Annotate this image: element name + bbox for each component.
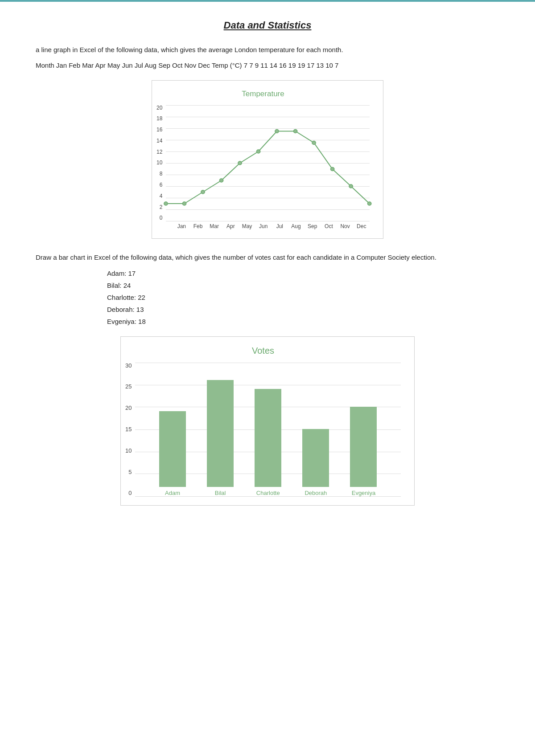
svg-point-8 (312, 141, 316, 144)
vote-item-bilal: Bilal: 24 (107, 279, 499, 291)
bar-col-evgeniya: Evgeniya (340, 407, 387, 496)
line-chart-title: Temperature (156, 90, 370, 98)
bar-col-deborah: Deborah (292, 429, 340, 496)
svg-point-5 (257, 150, 260, 153)
bar-y-label-15: 15 (125, 426, 132, 432)
svg-point-1 (183, 202, 186, 205)
vote-item-deborah: Deborah: 13 (107, 303, 499, 315)
svg-point-11 (368, 202, 371, 205)
bar-y-label-20: 20 (125, 405, 132, 411)
line-y-axis: 20 18 16 14 12 10 8 6 4 2 0 (156, 105, 162, 221)
x-label-mar: Mar (206, 223, 222, 229)
bar-y-axis: 30 25 20 15 10 5 0 (125, 363, 132, 496)
bar-chart-title: Votes (125, 346, 401, 356)
vote-item-adam: Adam: 17 (107, 267, 499, 279)
svg-point-2 (201, 190, 205, 194)
bar-bilal (207, 380, 234, 487)
y-label-20: 20 (156, 105, 162, 110)
x-label-feb: Feb (190, 223, 206, 229)
bar-chart-inner: Adam Bilal Charlotte (135, 363, 401, 496)
bar-adam (159, 411, 186, 487)
y-label-16: 16 (156, 127, 162, 132)
bars-wrapper: Adam Bilal Charlotte (135, 363, 401, 496)
y-label-8: 8 (160, 171, 163, 176)
x-label-jul: Jul (272, 223, 288, 229)
line-chart-area: 20 18 16 14 12 10 8 6 4 2 0 (156, 105, 370, 221)
bar-y-label-5: 5 (128, 469, 132, 475)
bar-col-adam: Adam (148, 411, 196, 496)
bar-label-charlotte: Charlotte (256, 490, 280, 496)
bar-label-deborah: Deborah (305, 490, 327, 496)
svg-point-0 (164, 202, 168, 205)
svg-point-3 (220, 179, 223, 182)
bar-label-bilal: Bilal (215, 490, 226, 496)
y-label-0: 0 (160, 215, 163, 221)
bar-chart-container: Votes 30 25 20 15 10 5 0 (120, 336, 415, 506)
bar-label-evgeniya: Evgeniya (352, 490, 375, 496)
bar-y-label-0: 0 (128, 490, 132, 496)
y-label-18: 18 (156, 116, 162, 121)
line-chart-svg (166, 105, 370, 221)
x-label-apr: Apr (222, 223, 239, 229)
section2-description: Draw a bar chart in Excel of the followi… (36, 252, 499, 263)
x-label-sep: Sep (304, 223, 321, 229)
y-label-4: 4 (160, 193, 163, 199)
vote-item-evgeniya: Evgeniya: 18 (107, 315, 499, 327)
bar-col-bilal: Bilal (197, 380, 244, 496)
x-label-jan: Jan (173, 223, 190, 229)
bar-grid-6 (135, 496, 401, 497)
bar-chart-area: 30 25 20 15 10 5 0 (125, 363, 401, 496)
svg-point-6 (275, 129, 279, 133)
svg-point-9 (331, 167, 334, 171)
section1-data-line: Month Jan Feb Mar Apr May Jun Jul Aug Se… (36, 60, 499, 71)
line-chart-container: Temperature 20 18 16 14 12 10 8 6 4 2 0 (152, 80, 383, 239)
bar-y-label-30: 30 (125, 363, 132, 368)
x-label-aug: Aug (288, 223, 305, 229)
vote-item-charlotte: Charlotte: 22 (107, 291, 499, 303)
line-chart-inner (166, 105, 370, 221)
bar-y-label-25: 25 (125, 384, 132, 389)
x-label-nov: Nov (337, 223, 354, 229)
bar-evgeniya (350, 407, 377, 487)
svg-point-10 (349, 184, 353, 188)
bar-deborah (302, 429, 329, 487)
bar-label-adam: Adam (165, 490, 180, 496)
y-label-14: 14 (156, 138, 162, 143)
section1-description: a line graph in Excel of the following d… (36, 45, 499, 55)
y-label-12: 12 (156, 149, 162, 155)
bar-charlotte (255, 389, 281, 487)
svg-point-7 (294, 129, 297, 133)
x-label-dec: Dec (353, 223, 370, 229)
line-x-axis: Jan Feb Mar Apr May Jun Jul Aug Sep Oct … (173, 223, 370, 229)
bar-col-charlotte: Charlotte (244, 389, 292, 496)
x-label-may: May (239, 223, 255, 229)
bar-y-label-10: 10 (125, 448, 132, 454)
y-label-6: 6 (160, 182, 163, 188)
y-label-2: 2 (160, 204, 163, 210)
x-label-jun: Jun (255, 223, 272, 229)
x-label-oct: Oct (321, 223, 337, 229)
page-title: Data and Statistics (36, 20, 499, 31)
svg-point-4 (238, 161, 242, 165)
y-label-10: 10 (156, 160, 162, 165)
vote-list: Adam: 17 Bilal: 24 Charlotte: 22 Deborah… (107, 267, 499, 327)
grid-line-10 (166, 221, 370, 221)
